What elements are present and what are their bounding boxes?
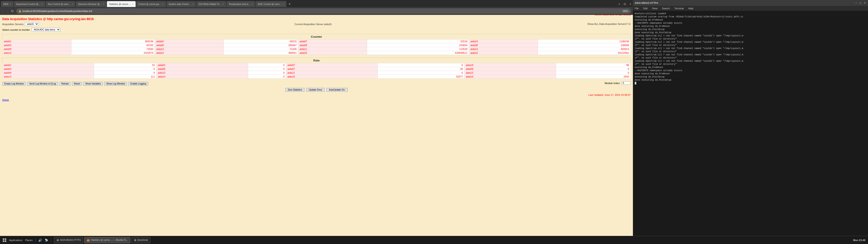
tab-run[interactable]: Run Control @ carm... × — [46, 1, 75, 7]
tab-label: Control @ carme-gsi... — [138, 3, 161, 5]
tab-close[interactable]: × — [132, 3, 133, 5]
counter-name-cell: aida13 — [469, 47, 538, 51]
reset-button[interactable]: Reset — [72, 82, 82, 86]
empty-log-button[interactable]: Empty Log Window — [2, 82, 26, 86]
counter-value-cell: 1188196 — [538, 39, 630, 43]
table-row: aida01808196aida0268315aida0752518aida19… — [2, 39, 631, 43]
server-select[interactable]: aida16 — [25, 22, 39, 26]
tab-asic[interactable]: ASIC Control @ carm... × — [255, 1, 286, 7]
menu-search[interactable]: Search — [661, 7, 671, 10]
terminal-line: Completed custom startup from /MIDAS/Tcl… — [635, 16, 866, 19]
network-icon[interactable]: 📡 — [43, 238, 49, 243]
terminal-line: ::MASTERTS namespace already exists — [635, 22, 866, 25]
address-bar[interactable]: 🔒 90% — [16, 8, 631, 14]
rate-value-cell: 32077 — [378, 75, 465, 79]
terminal-menubar: File Edit View Search Terminal Help — [633, 6, 868, 11]
new-tab-button[interactable]: + — [287, 2, 292, 6]
taskbar-item-aida-label: AIDA MIDAS HTTPd — [60, 239, 81, 241]
counter-value-cell: 243604 — [367, 43, 469, 47]
show-all-label: Show ALL Data Acquisition Servers? — [587, 23, 628, 25]
tab-close[interactable]: × — [41, 3, 43, 5]
tab-close[interactable]: × — [283, 3, 284, 5]
autoupdate-button[interactable]: AutoUpdate On: — [327, 88, 348, 92]
taskbar-item-browser[interactable]: 🦊 Statistics @ carme-... — Mozilla Fir..… — [84, 237, 130, 243]
rate-value-cell: 0 — [94, 71, 156, 75]
minimize-button[interactable]: − — [855, 1, 858, 4]
show-vars-button[interactable]: Show Variables — [83, 82, 103, 86]
tab-overflow-button[interactable]: » — [618, 2, 621, 6]
close-window-button[interactable]: × — [629, 2, 632, 6]
tab-wr[interactable]: GSI White Rabbit Tri... × — [196, 1, 226, 7]
restore-button[interactable]: ⊡ — [623, 2, 627, 6]
menu-terminal[interactable]: Terminal — [673, 7, 685, 10]
terminal-cursor — [635, 82, 636, 85]
tab-control[interactable]: Control @ carme-gsi... × — [136, 1, 166, 7]
terminal-line: executing do_PreReset — [635, 66, 866, 69]
menu-file[interactable]: File — [634, 7, 640, 10]
tab-close[interactable]: × — [192, 3, 194, 5]
show-all-link[interactable]: Show ALL Data Acquisition Servers? ☑ — [587, 23, 631, 26]
counter-value-cell: 551225bn — [538, 51, 630, 55]
sound-icon[interactable]: 🔊 — [37, 238, 43, 243]
rate-name-cell: aida08 — [464, 67, 556, 71]
tab-close[interactable]: × — [162, 3, 164, 5]
maximize-button[interactable]: □ — [859, 1, 862, 4]
counter-name-cell: aida02 — [155, 39, 224, 43]
rate-name-cell: aida15 — [286, 75, 377, 79]
address-input[interactable] — [22, 10, 621, 12]
taskbar-item-anydesk[interactable]: 🖥 [AnyDesk] — [131, 237, 150, 243]
page-header: Data Acquisition Statistics @ http carme… — [2, 17, 631, 22]
rate-value-cell: 111 — [94, 75, 156, 79]
forward-button[interactable]: › — [6, 9, 9, 13]
table-row: aida090aida130aida110aida130 — [2, 71, 631, 75]
terminal-line: if": no such file or directory" — [635, 50, 866, 53]
menu-help[interactable]: Help — [687, 7, 694, 10]
show-log-button[interactable]: Show Log Window — [104, 82, 127, 86]
places-menu[interactable]: Places — [24, 239, 33, 242]
tab-spectrum[interactable]: Spectrum.Browser @... × — [76, 1, 106, 7]
terminal-line: executing do_PreReset — [635, 19, 866, 22]
zero-statistics-button[interactable]: Zero Statistics — [285, 88, 305, 92]
tab-close[interactable]: × — [251, 3, 253, 5]
rate-table: aida0152aida020aida070aida1988aida030aid… — [2, 63, 631, 79]
taskbar-item-browser-icon: 🦊 — [87, 239, 90, 242]
counter-value-cell: 68315 — [224, 39, 298, 43]
tab-temp[interactable]: Temperature and st... × — [226, 1, 255, 7]
tab-close[interactable]: × — [72, 3, 73, 5]
tab-close[interactable]: × — [103, 3, 104, 5]
menu-edit[interactable]: Edit — [643, 7, 649, 10]
home-link[interactable]: Home — [2, 98, 9, 101]
tab-label: ASIC Control @ carm... — [258, 3, 281, 5]
module-index-row: Module Index: — [604, 81, 631, 85]
enable-logging-button[interactable]: Enable Logging — [128, 82, 148, 86]
rate-name-cell: aida07 — [286, 67, 377, 71]
tab-syscheck[interactable]: System wide Check:... × — [166, 1, 196, 7]
tab-aida[interactable]: AIDA × — [1, 1, 13, 7]
back-button[interactable]: ‹ — [2, 9, 5, 13]
table-row: aida0152aida020aida070aida1988 — [2, 63, 631, 67]
rate-name-cell: aida01 — [2, 63, 94, 67]
reload-button[interactable]: ↻ — [10, 9, 15, 13]
menu-view[interactable]: View — [651, 7, 658, 10]
counter-select[interactable]: AIDA ADC data items — [32, 28, 60, 32]
applications-icon[interactable] — [2, 238, 7, 243]
tab-close[interactable]: × — [10, 3, 11, 5]
taskbar-item-aida[interactable]: 🖥 AIDA MIDAS HTTPd — [54, 237, 83, 243]
counter-name-cell: aida01 — [2, 39, 71, 43]
reload-page-button[interactable]: Reload — [59, 82, 71, 86]
clock-time: Mon 23:48 — [853, 239, 865, 242]
close-button[interactable]: × — [863, 1, 866, 4]
tab-close[interactable]: × — [222, 3, 224, 5]
tab-stats[interactable]: Statistics @ carme-... × — [107, 1, 135, 7]
tab-label: Temperature and st... — [229, 3, 250, 5]
update-once-button[interactable]: Update Once — [306, 88, 324, 92]
applications-menu[interactable]: Applications — [8, 239, 23, 242]
tab-exp[interactable]: Experiment Control @... × — [14, 1, 45, 7]
counter-name-cell: aida11 — [298, 47, 367, 51]
rate-value-cell: 0 — [556, 67, 631, 71]
module-index-input[interactable] — [622, 81, 631, 85]
counter-name-cell: aida07 — [298, 39, 367, 43]
terminal-line: if": no such file or directory" — [635, 57, 866, 60]
send-log-button[interactable]: Send Log Window to ELog — [27, 82, 58, 86]
servers-row: Acquisition Servers aida16 Current Acqui… — [2, 22, 631, 26]
